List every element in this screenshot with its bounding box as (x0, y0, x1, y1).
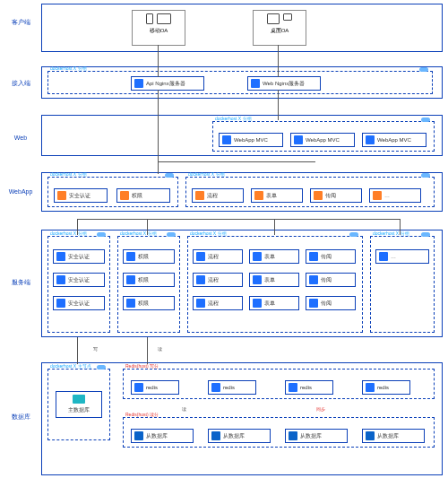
cluster-tag: dockerhost X 分组 (50, 65, 87, 71)
client-mobile-label: 移动OA (133, 27, 185, 37)
db-slave-3: 从数据库 (285, 429, 348, 443)
webapp-perm: 权限 (116, 188, 170, 203)
flag-write: 写 (93, 346, 98, 352)
cluster-tag: dockerhost X 主节点 (50, 363, 91, 369)
svc-icon (253, 299, 262, 308)
webapp-mvc-3: WebApp MVC (362, 133, 426, 147)
cluster-master: dockerhost X 主节点 主数据库 (47, 369, 110, 440)
svc-auth-1: 安全认证 (53, 249, 105, 264)
phone-icon (146, 13, 153, 24)
svc-form-2: 表单 (249, 273, 299, 287)
cluster-tag: dockerhost X 分组 (120, 230, 157, 236)
label-access: 接入端 (4, 79, 38, 88)
db-slave-4: 从数据库 (362, 429, 425, 443)
cluster-tag: dockerhost X 分组 (188, 171, 225, 177)
db-master: 主数据库 (56, 391, 102, 418)
svc-icon (196, 275, 205, 284)
svc-perm-3: 权限 (123, 296, 175, 310)
svc-icon (56, 252, 65, 261)
svc-icon (126, 299, 135, 308)
conn (400, 219, 401, 235)
svc-perm-2: 权限 (123, 273, 175, 287)
webapp-more: … (369, 188, 421, 203)
module-icon (57, 191, 66, 200)
monitor-icon (267, 13, 280, 24)
svc-circ-1: 传阅 (306, 249, 356, 264)
cluster-redis: Redis(host) 写分 redis redis redis redis (123, 369, 435, 399)
sql-icon (211, 431, 220, 440)
client-desktop: 桌面OA (253, 10, 306, 46)
cluster-tag: dockerhost X 分组 (215, 116, 252, 121)
sql-icon (366, 431, 375, 440)
svc-icon (196, 252, 205, 261)
label-db: 数据库 (4, 413, 38, 422)
svc-icon (309, 275, 318, 284)
conn (278, 90, 279, 120)
module-icon (120, 191, 129, 200)
svc-flow-2: 流程 (193, 273, 243, 287)
db-icon (73, 395, 85, 404)
svc-icon (309, 299, 318, 308)
sql-icon (134, 431, 143, 440)
api-nginx: Api Nginx服务器 (131, 76, 204, 91)
module-icon (373, 191, 382, 200)
webapp-auth: 安全认证 (54, 188, 108, 203)
cloud-icon (97, 365, 106, 370)
layer-service: dockerhost X 分组 安全认证 安全认证 安全认证 dockerhos… (41, 230, 443, 337)
redis-icon (211, 383, 220, 392)
webapp-mvc-2: WebApp MVC (290, 133, 355, 147)
label-webapp: WebApp (4, 188, 38, 195)
cloud-icon (167, 232, 176, 237)
label-service: 服务端 (4, 278, 38, 287)
conn (77, 219, 400, 220)
cluster-svc-2: dockerhost X 分组 权限 权限 权限 (117, 236, 180, 333)
conn (274, 219, 275, 235)
row-labels: 客户端 接入端 Web WebApp 服务端 数据库 (4, 0, 38, 487)
cluster-tag: dockerhost X 分组 (190, 230, 227, 236)
svc-icon (56, 299, 65, 308)
main-area: 移动OA 桌面OA dockerhost X 分组 Api Nginx服务器 W… (41, 4, 443, 483)
webapp-flow: 流程 (192, 188, 244, 203)
db-slave-2: 从数据库 (208, 429, 271, 443)
conn (147, 219, 148, 235)
conn (147, 337, 148, 364)
redis-icon (134, 383, 143, 392)
cloud-icon (419, 67, 428, 72)
redis-3: redis (285, 380, 333, 395)
cluster-web: dockerhost X 分组 WebApp MVC WebApp MVC We… (212, 121, 435, 152)
conn (158, 45, 159, 77)
layer-access: dockerhost X 分组 Api Nginx服务器 Web Nginx服务… (41, 66, 443, 99)
cloud-icon (421, 173, 430, 178)
layer-webapp: dockerhost X 分组 安全认证 权限 dockerhost X 分组 … (41, 172, 443, 212)
conn (278, 45, 279, 77)
app-icon (222, 135, 231, 144)
svc-icon (196, 299, 205, 308)
cluster-svc-4: dockerhost X 分组 … (370, 236, 435, 333)
svc-circ-2: 传阅 (306, 273, 356, 287)
svc-icon (253, 252, 262, 261)
cluster-tag: dockerhost X 分组 (50, 171, 87, 177)
cluster-slave: Redis(host) 读分 从数据库 从数据库 从数据库 从数据库 (123, 417, 435, 448)
svc-icon (126, 252, 135, 261)
architecture-diagram: 客户端 接入端 Web WebApp 服务端 数据库 移动OA 桌面OA doc… (0, 0, 448, 487)
cluster-webapp-right: dockerhost X 分组 流程 表单 传阅 … (185, 177, 435, 207)
cluster-tag: Redis(host) 读分 (125, 412, 159, 417)
cluster-webapp-left: dockerhost X 分组 安全认证 权限 (47, 177, 178, 207)
cloud-icon (421, 232, 430, 237)
app-icon (366, 135, 375, 144)
label-client: 客户端 (4, 18, 38, 27)
svc-flow-3: 流程 (193, 296, 243, 310)
redis-4: redis (362, 380, 410, 395)
svc-form-3: 表单 (249, 296, 299, 310)
svc-form-1: 表单 (249, 249, 299, 264)
module-icon (254, 191, 263, 200)
web-nginx: Web Nginx服务器 (247, 76, 321, 91)
cluster-svc-3: dockerhost X 分组 流程 流程 流程 表单 表单 表单 传阅 传阅 … (187, 236, 363, 333)
redis-icon (289, 383, 297, 392)
tablet-icon (157, 13, 171, 24)
client-desktop-label: 桌面OA (254, 27, 306, 37)
cloud-icon (349, 232, 358, 237)
db-slave-1: 从数据库 (131, 429, 194, 443)
flag-sync: 同步 (316, 406, 325, 412)
cloud-icon (97, 232, 106, 237)
